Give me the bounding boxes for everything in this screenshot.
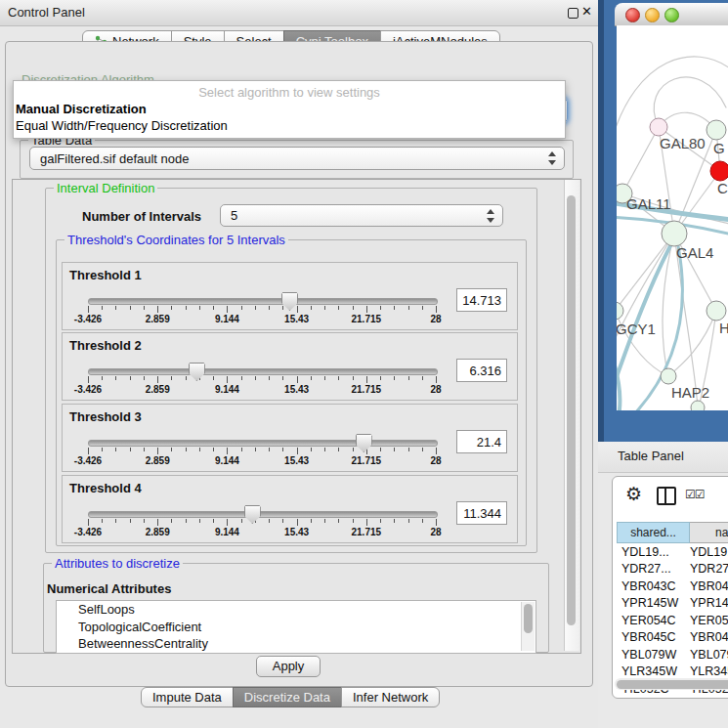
vertical-scrollbar[interactable] bbox=[564, 180, 579, 651]
network-canvas[interactable]: GAL80GCGAL11GAL4GCY1HHAP2 bbox=[617, 25, 728, 410]
network-node[interactable] bbox=[707, 301, 726, 321]
scrollbar-thumb[interactable] bbox=[567, 195, 576, 625]
threshold-4-panel: Threshold 4 -3.4262.8599.14415.4321.7152… bbox=[62, 475, 518, 543]
table-cell[interactable]: YER054C bbox=[686, 614, 728, 627]
gear-icon[interactable]: ⚙ bbox=[625, 483, 642, 505]
table-row[interactable]: YDL19...YDL19... bbox=[613, 543, 728, 561]
table-cell[interactable]: YLR345W bbox=[686, 664, 728, 678]
column-header-shared-name[interactable]: shared... bbox=[617, 522, 690, 543]
table-cell[interactable]: YBR045C bbox=[613, 630, 686, 644]
horizontal-scrollbar[interactable] bbox=[615, 678, 728, 690]
table-cell[interactable]: YDR27... bbox=[686, 562, 728, 576]
float-window-icon[interactable] bbox=[568, 8, 578, 19]
network-node[interactable] bbox=[661, 368, 676, 384]
zoom-traffic-light-icon[interactable] bbox=[664, 8, 679, 22]
node-label: GAL80 bbox=[660, 135, 706, 151]
close-traffic-light-icon[interactable] bbox=[625, 8, 640, 22]
tab-impute-data[interactable]: Impute Data bbox=[141, 687, 234, 707]
tick-mark bbox=[115, 306, 116, 310]
tick-mark bbox=[130, 376, 131, 380]
apply-button[interactable]: Apply bbox=[256, 656, 321, 677]
tab-discretize-data[interactable]: Discretize Data bbox=[233, 687, 342, 707]
threshold-4-slider-track[interactable] bbox=[88, 511, 438, 518]
threshold-1-label: Threshold 1 bbox=[69, 268, 142, 282]
table-row[interactable]: YBR045CYBR045C bbox=[613, 629, 728, 647]
split-columns-icon[interactable] bbox=[657, 487, 676, 505]
slider-scale: -3.4262.8599.14415.4321.71528 bbox=[88, 376, 436, 398]
minimize-traffic-light-icon[interactable] bbox=[645, 8, 660, 22]
table-row[interactable]: YDR27...YDR27... bbox=[613, 561, 728, 578]
table-cell[interactable]: YDR27... bbox=[613, 562, 686, 576]
attributes-group-label: Attributes to discretize bbox=[52, 556, 183, 571]
number-of-intervals-combobox[interactable]: 5 bbox=[220, 204, 503, 227]
menu-item-manual-discretization[interactable]: Manual Discretization bbox=[16, 102, 147, 116]
close-icon[interactable]: ✕ bbox=[581, 4, 592, 19]
table-cell[interactable]: YER054C bbox=[613, 614, 686, 627]
threshold-2-panel: Threshold 2 -3.4262.8599.14415.4321.7152… bbox=[62, 332, 518, 401]
table-row[interactable]: YBR043CYBR043C bbox=[613, 578, 728, 595]
table-row[interactable]: YBL079WYBL079W bbox=[613, 646, 728, 664]
network-node[interactable] bbox=[662, 221, 687, 246]
column-header-name[interactable]: name bbox=[690, 522, 728, 543]
tick-label: 9.144 bbox=[215, 455, 239, 466]
slider-scale: -3.4262.8599.14415.4321.71528 bbox=[88, 306, 436, 327]
threshold-2-slider-track[interactable] bbox=[88, 368, 438, 375]
table-row[interactable]: YPR145WYPR145W bbox=[613, 595, 728, 613]
tick-mark bbox=[255, 448, 256, 451]
threshold-3-slider-track[interactable] bbox=[88, 440, 438, 447]
threshold-4-value-field[interactable]: 11.344 bbox=[456, 501, 507, 525]
tick-mark bbox=[213, 376, 214, 380]
scrollbar-thumb[interactable] bbox=[617, 680, 728, 689]
table-cell[interactable]: YPR145W bbox=[686, 596, 728, 610]
table-cell[interactable]: YPR145W bbox=[613, 596, 686, 610]
tab-infer-network[interactable]: Infer Network bbox=[341, 687, 440, 707]
stepper-arrows-icon[interactable] bbox=[487, 209, 495, 223]
table-data-combobox[interactable]: galFiltered.sif default node bbox=[29, 147, 565, 170]
network-node[interactable] bbox=[691, 401, 705, 410]
list-scrollbar[interactable] bbox=[521, 602, 535, 651]
network-node[interactable] bbox=[710, 161, 728, 181]
stepper-arrows-icon[interactable] bbox=[548, 151, 557, 165]
tick-mark bbox=[422, 376, 423, 380]
table-cell[interactable]: YBL079W bbox=[613, 648, 686, 662]
list-item[interactable]: SelfLoops bbox=[57, 601, 535, 619]
tick-mark bbox=[115, 376, 116, 380]
list-item[interactable]: BetweennessCentrality bbox=[57, 635, 535, 653]
table-cell[interactable]: YLR345W bbox=[613, 664, 686, 678]
select-columns-icon[interactable]: ☑☑ bbox=[685, 488, 705, 501]
network-node[interactable] bbox=[650, 118, 667, 136]
table-cell[interactable]: YDL19... bbox=[613, 545, 686, 559]
network-window-titlebar[interactable] bbox=[615, 3, 728, 26]
algorithm-dropdown-popup: Select algorithm to view settings Manual… bbox=[13, 80, 566, 139]
table-rows: YDL19...YDL19...YDR27...YDR27...YBR043CY… bbox=[613, 543, 728, 698]
threshold-2-value-field[interactable]: 6.316 bbox=[456, 359, 507, 382]
threshold-1-value-field[interactable]: 14.713 bbox=[456, 288, 507, 312]
tick-mark bbox=[186, 448, 187, 451]
table-cell[interactable]: YBR045C bbox=[686, 630, 728, 644]
menu-item-equal-width-frequency[interactable]: Equal Width/Frequency Discretization bbox=[16, 118, 228, 133]
tick-label: 21.715 bbox=[352, 314, 382, 324]
tick-mark bbox=[186, 306, 187, 310]
tick-label: 21.715 bbox=[352, 384, 382, 395]
scrollbar-thumb[interactable] bbox=[524, 604, 533, 633]
table-cell[interactable]: YBR043C bbox=[613, 579, 686, 593]
tick-mark bbox=[394, 519, 395, 523]
table-row[interactable]: YER054CYER054C bbox=[613, 612, 728, 629]
tick-mark bbox=[408, 306, 409, 310]
tick-mark bbox=[324, 376, 325, 380]
table-cell[interactable]: YDL19... bbox=[686, 545, 728, 559]
tick-mark bbox=[269, 376, 270, 380]
tick-label: 21.715 bbox=[352, 527, 382, 537]
tick-mark bbox=[130, 448, 131, 451]
node-label: GCY1 bbox=[617, 321, 656, 337]
table-cell[interactable]: YBR043C bbox=[686, 579, 728, 593]
tick-mark bbox=[130, 306, 131, 310]
threshold-3-value-field[interactable]: 21.4 bbox=[456, 430, 507, 453]
tick-mark bbox=[227, 306, 228, 313]
network-node[interactable] bbox=[617, 302, 623, 320]
slider-scale: -3.4262.8599.14415.4321.71528 bbox=[88, 448, 436, 469]
table-cell[interactable]: YBL079W bbox=[686, 648, 728, 662]
threshold-1-slider-track[interactable] bbox=[88, 298, 438, 305]
list-item[interactable]: TopologicalCoefficient bbox=[57, 619, 535, 636]
network-node[interactable] bbox=[707, 120, 726, 140]
